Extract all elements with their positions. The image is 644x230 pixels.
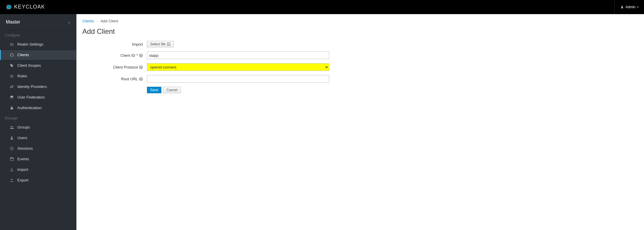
nav-label: Export xyxy=(17,176,29,184)
sidebar-item-groups[interactable]: Groups xyxy=(0,122,76,133)
import-icon xyxy=(10,168,14,172)
sidebar: Master ⌄ Configure Realm Settings Client… xyxy=(0,14,76,230)
select-file-button[interactable]: Select file xyxy=(147,41,174,47)
keycloak-icon xyxy=(5,4,12,11)
import-label: Import xyxy=(132,42,143,46)
svg-rect-10 xyxy=(10,75,14,75)
client-id-label: Client ID xyxy=(121,53,135,58)
nav-label: Identity Providers xyxy=(17,83,47,91)
clock-icon xyxy=(10,146,14,151)
client-protocol-label: Client Protocol xyxy=(113,65,138,69)
chevron-down-icon: ⌄ xyxy=(68,20,71,24)
sidebar-item-users[interactable]: Users xyxy=(0,133,76,143)
brand-logo[interactable]: KEYCLOAK xyxy=(5,4,45,11)
sidebar-item-import[interactable]: Import xyxy=(0,164,76,175)
cube-icon xyxy=(10,53,14,57)
help-icon[interactable]: ? xyxy=(139,65,143,69)
section-head-manage: Manage xyxy=(0,113,76,122)
save-button[interactable]: Save xyxy=(147,87,161,93)
nav-label: Import xyxy=(17,166,28,174)
help-icon[interactable]: ? xyxy=(139,54,143,57)
client-id-input[interactable] xyxy=(147,51,329,59)
help-icon[interactable]: ? xyxy=(139,77,143,81)
upload-icon xyxy=(167,42,170,46)
user-icon xyxy=(10,136,14,140)
user-icon xyxy=(620,5,624,9)
nav-label: Authentication xyxy=(17,104,41,112)
root-url-input[interactable] xyxy=(147,75,329,83)
nav-label: Users xyxy=(17,134,27,142)
nav-label: Realm Settings xyxy=(17,41,43,48)
sidebar-item-client-scopes[interactable]: Client Scopes xyxy=(0,60,76,71)
svg-point-7 xyxy=(10,44,11,44)
sidebar-item-events[interactable]: Events xyxy=(0,154,76,164)
sidebar-item-user-federation[interactable]: User Federation xyxy=(0,92,76,103)
nav-label: Client Scopes xyxy=(17,62,41,69)
user-label: Admin xyxy=(625,5,635,9)
breadcrumb-current: Add Client xyxy=(101,19,118,23)
add-client-form: Import Select file Client ID * ? xyxy=(82,41,412,93)
nav-label: User Federation xyxy=(17,94,45,101)
svg-point-9 xyxy=(13,44,13,44)
svg-point-17 xyxy=(11,136,13,138)
sidebar-item-sessions[interactable]: Sessions xyxy=(0,143,76,154)
section-head-configure: Configure xyxy=(0,30,76,39)
list-icon xyxy=(10,74,14,78)
nav-label: Clients xyxy=(17,51,29,59)
sidebar-item-export[interactable]: Export xyxy=(0,175,76,186)
svg-point-16 xyxy=(12,126,13,127)
top-header: KEYCLOAK Admin ▾ xyxy=(0,0,644,14)
export-icon xyxy=(10,178,14,182)
database-icon xyxy=(10,95,14,99)
sidebar-item-roles[interactable]: Roles xyxy=(0,71,76,81)
user-dropdown[interactable]: Admin ▾ xyxy=(614,0,639,14)
nav-label: Groups xyxy=(17,124,30,131)
client-protocol-select[interactable]: openid-connect xyxy=(147,63,329,71)
cancel-button[interactable]: Cancel xyxy=(163,87,180,93)
tags-icon xyxy=(10,64,14,68)
nav-label: Events xyxy=(17,155,29,163)
calendar-icon xyxy=(10,157,14,161)
nav-label: Sessions xyxy=(17,145,33,152)
brand-text: KEYCLOAK xyxy=(14,4,45,10)
realm-selector[interactable]: Master ⌄ xyxy=(0,14,76,30)
chevron-down-icon: ▾ xyxy=(637,6,639,9)
required-indicator: * xyxy=(136,53,138,58)
select-file-label: Select file xyxy=(150,42,165,46)
sliders-icon xyxy=(10,42,14,46)
main-content: Clients › Add Client Add Client Import S… xyxy=(76,14,644,230)
svg-point-8 xyxy=(11,45,12,45)
breadcrumb-clients-link[interactable]: Clients xyxy=(82,19,94,23)
realm-name: Master xyxy=(6,19,20,25)
sidebar-item-realm-settings[interactable]: Realm Settings xyxy=(0,39,76,50)
svg-rect-11 xyxy=(10,76,14,76)
exchange-icon xyxy=(10,85,14,89)
breadcrumb: Clients › Add Client xyxy=(82,19,638,23)
sidebar-item-authentication[interactable]: Authentication xyxy=(0,103,76,113)
svg-rect-20 xyxy=(10,158,14,158)
group-icon xyxy=(10,125,14,129)
sidebar-item-identity-providers[interactable]: Identity Providers xyxy=(0,81,76,92)
svg-rect-14 xyxy=(11,108,13,109)
svg-point-3 xyxy=(622,6,623,7)
sidebar-item-clients[interactable]: Clients xyxy=(0,50,76,60)
svg-point-15 xyxy=(11,126,12,127)
nav-label: Roles xyxy=(17,72,27,80)
svg-rect-12 xyxy=(10,77,14,77)
page-title: Add Client xyxy=(82,27,638,36)
root-url-label: Root URL xyxy=(121,77,138,81)
breadcrumb-separator: › xyxy=(95,19,100,23)
lock-icon xyxy=(10,106,14,110)
